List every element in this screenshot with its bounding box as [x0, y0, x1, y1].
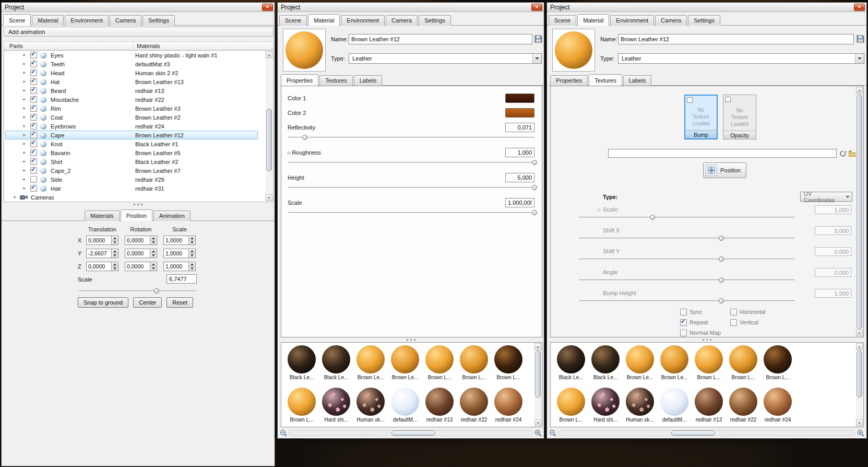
library-material-brown-l[interactable]: Brown L... [760, 344, 795, 385]
expand-icon[interactable]: + [21, 52, 27, 58]
texture-position-button[interactable]: Position [703, 162, 746, 178]
zoom-slider-thumb[interactable] [671, 430, 715, 436]
expand-icon[interactable]: + [21, 106, 27, 111]
add-animation-button[interactable]: Add animation [4, 27, 274, 37]
expand-icon[interactable]: + [21, 150, 27, 156]
tree-row-eyes[interactable]: +✔EyesHard shiny plastic - light waln #1 [4, 51, 266, 60]
library-material-defaultm[interactable]: defaultM... [388, 387, 422, 427]
tab-properties[interactable]: Properties [550, 75, 588, 86]
spin-up-icon[interactable] [189, 262, 195, 267]
spin-up-icon[interactable] [189, 249, 195, 254]
reset-button[interactable]: Reset [167, 297, 193, 308]
spinner-buttons[interactable] [111, 249, 118, 258]
library-material-black-le[interactable]: Black Le... [588, 344, 623, 385]
y-translation-input[interactable] [87, 249, 111, 258]
mapping-type-select[interactable]: UV Coordinates [800, 192, 852, 202]
bump-height-slider[interactable] [579, 298, 795, 304]
splitter-handle[interactable] [2, 204, 275, 207]
tree-row-eyebrows[interactable]: +✔Eyebrowsredhair #24 [4, 122, 266, 131]
tree-row-head[interactable]: +✔HeadHuman skin 2 #2 [4, 68, 266, 77]
tab-camera[interactable]: Camera [655, 15, 687, 26]
x-translation-input[interactable] [87, 236, 111, 244]
x-rotation-input[interactable] [125, 236, 150, 244]
tab-scene[interactable]: Scene [279, 15, 307, 26]
angle-slider[interactable] [579, 277, 795, 283]
spin-down-icon[interactable] [150, 267, 157, 271]
tree-row-cape-2[interactable]: +✔Cape_2Brown Leather #7 [4, 166, 266, 175]
spin-up-icon[interactable] [112, 249, 118, 254]
spinner-buttons[interactable] [188, 262, 195, 271]
scrollbar-thumb[interactable] [857, 351, 862, 398]
height-input[interactable] [505, 173, 534, 182]
zoom-in-icon[interactable] [534, 429, 542, 437]
tab-textures[interactable]: Textures [319, 75, 353, 86]
tree-row-beard[interactable]: +✔Beardredhair #13 [4, 86, 266, 95]
scale-slider[interactable] [79, 288, 197, 294]
material-type-select[interactable]: Leather [349, 53, 542, 64]
tree-row-side[interactable]: +Sideredhair #29 [4, 175, 266, 184]
expand-icon[interactable]: + [21, 70, 27, 76]
library-material-human-sk[interactable]: Human sk... [623, 387, 657, 427]
checkbox[interactable]: ✔ [680, 319, 687, 326]
expander-icon[interactable]: ▷ [598, 207, 601, 212]
save-material-button[interactable] [856, 34, 865, 43]
tab-environment[interactable]: Environment [610, 15, 654, 26]
checkbox[interactable]: ✔ [30, 132, 37, 138]
spin-down-icon[interactable] [150, 241, 157, 245]
tree-row-hair[interactable]: +✔Hairredhair #31 [4, 184, 266, 193]
tree-row-coat[interactable]: +✔CoatBrown Leather #2 [4, 113, 266, 122]
spinner-buttons[interactable] [150, 236, 157, 244]
center-button[interactable]: Center [133, 297, 162, 308]
spin-up-icon[interactable] [150, 262, 157, 267]
column-separator[interactable] [133, 42, 133, 49]
checkbox-normal-map[interactable]: Normal Map [680, 329, 730, 337]
scroll-up-arrow[interactable]: ▲ [856, 343, 863, 350]
titlebar[interactable]: Project × [547, 3, 866, 12]
scroll-down-arrow[interactable]: ▼ [266, 194, 272, 201]
spinner-buttons[interactable] [188, 249, 195, 258]
tab-labels[interactable]: Labels [354, 75, 382, 86]
tree-scrollbar[interactable]: ▲ ▼ [266, 51, 272, 201]
library-material-redhair-24[interactable]: redhair #24 [760, 387, 795, 427]
color1-swatch[interactable] [505, 94, 534, 103]
slider-thumb[interactable] [532, 160, 537, 165]
tab-properties[interactable]: Properties [281, 74, 318, 86]
library-material-brown-le[interactable]: Brown Le... [353, 344, 388, 385]
spin-up-icon[interactable] [112, 236, 118, 241]
library-material-black-le[interactable]: Black Le... [319, 344, 353, 385]
textures-scrollbar[interactable]: ▲ ▼ [856, 87, 863, 336]
library-material-brown-l[interactable]: Brown L... [422, 344, 457, 385]
zoom-slider-track[interactable] [558, 430, 855, 436]
texture-slot-opacity[interactable]: No Texture Loaded Opacity [723, 95, 756, 139]
tab-labels[interactable]: Labels [623, 75, 651, 86]
spin-down-icon[interactable] [112, 267, 118, 271]
spin-up-icon[interactable] [150, 249, 157, 254]
checkbox-sync[interactable]: Sync [680, 308, 730, 316]
slider-thumb[interactable] [154, 288, 159, 294]
scale-input[interactable] [167, 274, 197, 284]
tab-material[interactable]: Material [577, 14, 609, 26]
tab-animation[interactable]: Animation [153, 211, 191, 221]
tree-row-moustache[interactable]: +✔Moustacheredhair #22 [4, 95, 266, 104]
library-material-human-sk[interactable]: Human sk... [353, 387, 388, 427]
material-scale-input[interactable] [505, 198, 534, 207]
expand-icon[interactable]: + [21, 132, 27, 138]
library-material-redhair-22[interactable]: redhair #22 [457, 387, 491, 427]
roughness-slider[interactable] [288, 159, 534, 168]
expand-icon[interactable]: + [21, 88, 27, 94]
library-material-brown-l[interactable]: Brown L... [692, 344, 726, 385]
spin-down-icon[interactable] [150, 254, 157, 258]
library-material-brown-l[interactable]: Brown L... [554, 387, 588, 427]
spinner-buttons[interactable] [188, 236, 195, 244]
spin-down-icon[interactable] [189, 241, 195, 245]
texture-scale-slider[interactable] [579, 214, 795, 220]
checkbox[interactable] [730, 319, 737, 326]
expand-icon[interactable]: + [21, 61, 27, 67]
slider-thumb[interactable] [650, 215, 655, 220]
scroll-down-arrow[interactable]: ▼ [534, 419, 541, 426]
spin-down-icon[interactable] [112, 254, 118, 258]
zoom-out-icon[interactable] [280, 429, 287, 437]
titlebar[interactable]: Project × [2, 3, 275, 12]
tree-row-cape[interactable]: +✔CapeBrown Leather #12 [4, 131, 266, 139]
tree-row-hat[interactable]: +✔HatBrown Leather #13 [4, 77, 266, 86]
